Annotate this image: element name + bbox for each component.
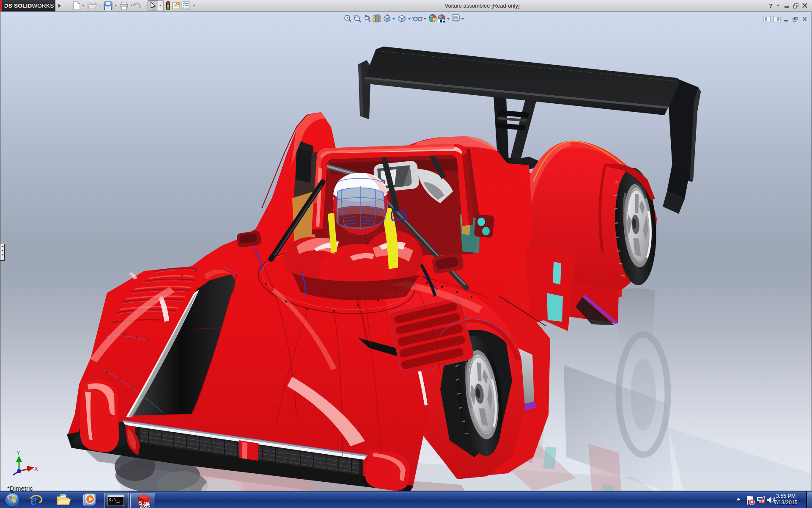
svg-text:?: ?: [769, 2, 773, 9]
svg-text:e: e: [30, 492, 37, 508]
svg-text:C:\: C:\: [109, 498, 116, 502]
svg-text:Y: Y: [16, 450, 20, 456]
svg-text:2015: 2015: [140, 503, 150, 508]
svg-text:X: X: [34, 466, 38, 472]
